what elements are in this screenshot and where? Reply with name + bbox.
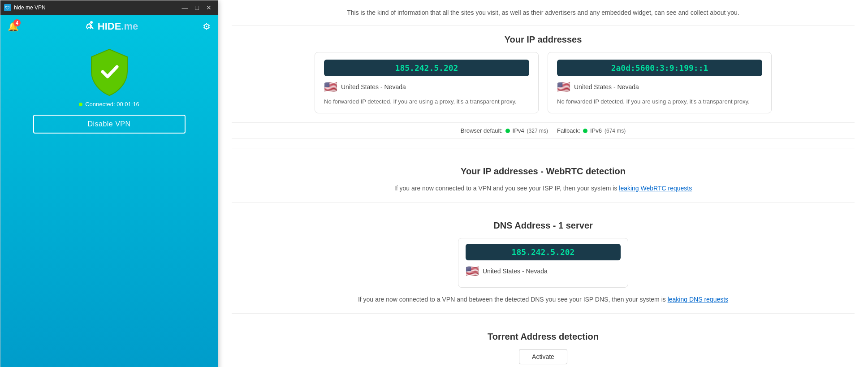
ipv6-dot — [583, 129, 587, 133]
logo-me: me — [124, 21, 138, 32]
shield-icon — [87, 47, 132, 96]
dns-title: DNS Address - 1 server — [232, 220, 855, 231]
vpn-header: 🔔 4 HIDE.me ⚙ — [0, 15, 218, 38]
settings-icon[interactable]: ⚙ — [203, 21, 211, 32]
ipv4-location: United States - Nevada — [341, 83, 406, 91]
torrent-activate-button[interactable]: Activate — [519, 349, 567, 364]
dns-card: 185.242.5.202 🇺🇸 United States - Nevada — [458, 238, 628, 288]
disable-vpn-button[interactable]: Disable VPN — [33, 115, 186, 134]
ipv6-badge: Fallback: IPv6 (674 ms) — [557, 127, 626, 134]
webrtc-warning: If you are now connected to a VPN and yo… — [232, 184, 855, 193]
fallback-label: Fallback: — [557, 127, 580, 134]
webrtc-section: Your IP addresses - WebRTC detection If … — [232, 148, 855, 193]
ipv6-card: 2a0d:5600:3:9:199::1 🇺🇸 United States - … — [548, 52, 772, 113]
ipv6-flag-icon: 🇺🇸 — [557, 81, 570, 93]
ipv6-no-forward: No forwarded IP detected. If you are usi… — [557, 98, 762, 106]
ipv6-location: United States - Nevada — [574, 83, 639, 91]
main-content: This is the kind of information that all… — [218, 0, 868, 367]
title-bar-left: 🛡 hide.me VPN — [4, 4, 46, 11]
notification-badge: 4 — [13, 19, 21, 26]
app-icon: 🛡 — [4, 4, 11, 11]
ipv6-location-row: 🇺🇸 United States - Nevada — [557, 81, 762, 93]
ip-section-title: Your IP addresses — [232, 35, 855, 45]
torrent-section: Torrent Address detection Activate — [232, 313, 855, 364]
webrtc-leak-link[interactable]: leaking WebRTC requests — [619, 185, 692, 192]
hide-me-logo: HIDE.me — [83, 20, 138, 33]
vpn-body: 🔔 4 HIDE.me ⚙ — [0, 15, 218, 367]
dns-address-value: 185.242.5.202 — [473, 247, 613, 257]
close-button[interactable]: ✕ — [203, 3, 214, 12]
logo-hide: HIDE — [98, 21, 121, 32]
dns-section: DNS Address - 1 server 185.242.5.202 🇺🇸 … — [232, 202, 855, 304]
minimize-button[interactable]: — — [179, 3, 191, 12]
ipv4-no-forward: No forwarded IP detected. If you are usi… — [324, 98, 529, 106]
dns-warning: If you are now connected to a VPN and be… — [232, 295, 855, 304]
ipv4-card: 185.242.5.202 🇺🇸 United States - Nevada … — [315, 52, 539, 113]
dns-leak-link[interactable]: leaking DNS requests — [668, 296, 728, 303]
top-info-text: This is the kind of information that all… — [232, 4, 855, 26]
ipv4-display: 185.242.5.202 — [324, 60, 529, 76]
webrtc-title: Your IP addresses - WebRTC detection — [232, 166, 855, 177]
browser-default-label: Browser default: — [461, 127, 503, 134]
ipv6-display: 2a0d:5600:3:9:199::1 — [557, 60, 762, 76]
dns-flag-icon: 🇺🇸 — [466, 265, 479, 277]
vpn-app-window: 🛡 hide.me VPN — □ ✕ 🔔 4 HIDE — [0, 0, 218, 367]
dns-location: United States - Nevada — [483, 268, 548, 275]
browser-protocol-info: Browser default: IPv4 (327 ms) Fallback:… — [232, 122, 855, 139]
status-dot — [79, 103, 82, 106]
connection-status: Connected: 00:01:16 — [79, 101, 139, 108]
window-title: hide.me VPN — [14, 4, 46, 11]
logo-text: HIDE.me — [98, 21, 138, 32]
logo-runner-icon — [83, 20, 96, 33]
ipv4-flag-icon: 🇺🇸 — [324, 81, 337, 93]
ipv6-value: 2a0d:5600:3:9:199::1 — [564, 63, 755, 73]
shield-area — [87, 47, 132, 96]
ip-cards: 185.242.5.202 🇺🇸 United States - Nevada … — [232, 52, 855, 113]
title-bar: 🛡 hide.me VPN — □ ✕ — [0, 0, 218, 15]
status-text: Connected: 00:01:16 — [85, 101, 139, 108]
ipv6-ms: (674 ms) — [605, 128, 626, 134]
torrent-title: Torrent Address detection — [232, 332, 855, 342]
maximize-button[interactable]: □ — [193, 3, 202, 12]
ipv4-location-row: 🇺🇸 United States - Nevada — [324, 81, 529, 93]
ipv4-dot — [505, 129, 510, 133]
ipv4-protocol: IPv4 — [513, 127, 524, 134]
dns-display: 185.242.5.202 — [466, 244, 621, 260]
ipv4-badge: Browser default: IPv4 (327 ms) — [461, 127, 548, 134]
notification-bell[interactable]: 🔔 4 — [8, 21, 19, 32]
title-bar-controls: — □ ✕ — [179, 3, 214, 12]
svg-point-0 — [90, 21, 93, 24]
ipv4-value: 185.242.5.202 — [331, 63, 522, 73]
ipv4-ms: (327 ms) — [527, 128, 548, 134]
dns-location-row: 🇺🇸 United States - Nevada — [466, 265, 621, 277]
ipv6-protocol: IPv6 — [590, 127, 602, 134]
